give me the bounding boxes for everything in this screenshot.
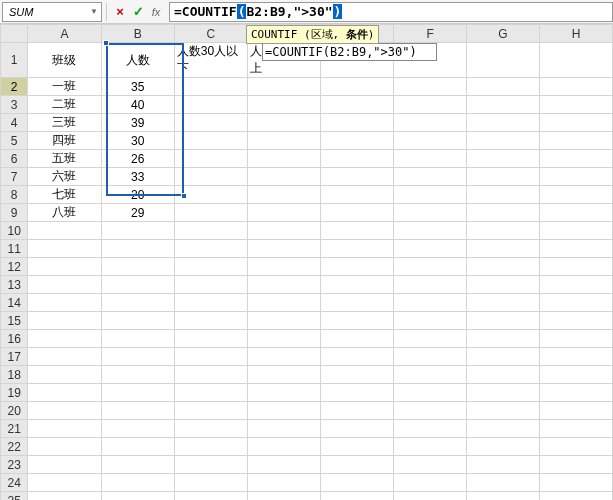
cell-G13[interactable] [467,276,540,294]
row-header-3[interactable]: 3 [1,96,28,114]
cell-D1[interactable]: 人数30人以上 [248,43,321,78]
cell-F11[interactable] [394,240,467,258]
cell-D20[interactable] [248,402,321,420]
col-header-F[interactable]: F [394,25,467,43]
cell-F1[interactable] [394,43,467,78]
row-header-23[interactable]: 23 [1,456,28,474]
cell-A9[interactable]: 八班 [28,204,101,222]
cell-G19[interactable] [467,384,540,402]
cell-C25[interactable] [174,492,247,501]
cell-C1[interactable]: 人数30人以下 [174,43,247,78]
cell-F14[interactable] [394,294,467,312]
row-header-9[interactable]: 9 [1,204,28,222]
cell-E5[interactable] [321,132,394,150]
cell-E11[interactable] [321,240,394,258]
cell-B16[interactable] [101,330,174,348]
cell-A10[interactable] [28,222,101,240]
cell-G14[interactable] [467,294,540,312]
cell-E25[interactable] [321,492,394,501]
cell-E2[interactable] [321,78,394,96]
cell-C19[interactable] [174,384,247,402]
row-header-2[interactable]: 2 [1,78,28,96]
cell-F10[interactable] [394,222,467,240]
cell-E23[interactable] [321,456,394,474]
cell-D25[interactable] [248,492,321,501]
cell-F3[interactable] [394,96,467,114]
cell-D7[interactable] [248,168,321,186]
cell-G24[interactable] [467,474,540,492]
cell-G21[interactable] [467,420,540,438]
cell-D21[interactable] [248,420,321,438]
cell-B8[interactable]: 20 [101,186,174,204]
row-header-20[interactable]: 20 [1,402,28,420]
cell-A24[interactable] [28,474,101,492]
cell-G16[interactable] [467,330,540,348]
col-header-B[interactable]: B [101,25,174,43]
row-header-14[interactable]: 14 [1,294,28,312]
cell-D18[interactable] [248,366,321,384]
cell-H20[interactable] [539,402,612,420]
row-header-22[interactable]: 22 [1,438,28,456]
cell-B2[interactable]: 35 [101,78,174,96]
cell-H2[interactable] [539,78,612,96]
cell-E20[interactable] [321,402,394,420]
row-header-12[interactable]: 12 [1,258,28,276]
cell-B20[interactable] [101,402,174,420]
chevron-down-icon[interactable]: ▼ [87,7,101,16]
cell-F15[interactable] [394,312,467,330]
cell-D14[interactable] [248,294,321,312]
cell-C18[interactable] [174,366,247,384]
cell-F19[interactable] [394,384,467,402]
cell-C10[interactable] [174,222,247,240]
cell-B10[interactable] [101,222,174,240]
cell-H3[interactable] [539,96,612,114]
cell-E3[interactable] [321,96,394,114]
cell-G12[interactable] [467,258,540,276]
cell-B17[interactable] [101,348,174,366]
cell-H16[interactable] [539,330,612,348]
row-header-16[interactable]: 16 [1,330,28,348]
cell-F2[interactable] [394,78,467,96]
name-box[interactable]: SUM ▼ [2,2,102,22]
cell-E12[interactable] [321,258,394,276]
cell-H7[interactable] [539,168,612,186]
cell-B6[interactable]: 26 [101,150,174,168]
cell-C14[interactable] [174,294,247,312]
row-header-8[interactable]: 8 [1,186,28,204]
cell-C5[interactable] [174,132,247,150]
cell-F22[interactable] [394,438,467,456]
cell-D9[interactable] [248,204,321,222]
cell-B18[interactable] [101,366,174,384]
cell-A20[interactable] [28,402,101,420]
cell-D22[interactable] [248,438,321,456]
row-header-24[interactable]: 24 [1,474,28,492]
cell-B21[interactable] [101,420,174,438]
cell-B12[interactable] [101,258,174,276]
cell-E9[interactable] [321,204,394,222]
cell-C7[interactable] [174,168,247,186]
cell-E6[interactable] [321,150,394,168]
cell-F8[interactable] [394,186,467,204]
cell-F9[interactable] [394,204,467,222]
cell-C17[interactable] [174,348,247,366]
cell-B9[interactable]: 29 [101,204,174,222]
cell-E21[interactable] [321,420,394,438]
cell-B13[interactable] [101,276,174,294]
cell-E18[interactable] [321,366,394,384]
cell-C3[interactable] [174,96,247,114]
cell-B19[interactable] [101,384,174,402]
cell-C13[interactable] [174,276,247,294]
cell-D17[interactable] [248,348,321,366]
cell-D2[interactable] [248,78,321,96]
cell-C20[interactable] [174,402,247,420]
cell-E7[interactable] [321,168,394,186]
cell-B1[interactable]: 人数 [101,43,174,78]
cell-B24[interactable] [101,474,174,492]
cell-H9[interactable] [539,204,612,222]
cell-E8[interactable] [321,186,394,204]
cell-H18[interactable] [539,366,612,384]
cell-D3[interactable] [248,96,321,114]
cell-G2[interactable] [467,78,540,96]
cell-B7[interactable]: 33 [101,168,174,186]
cell-F23[interactable] [394,456,467,474]
